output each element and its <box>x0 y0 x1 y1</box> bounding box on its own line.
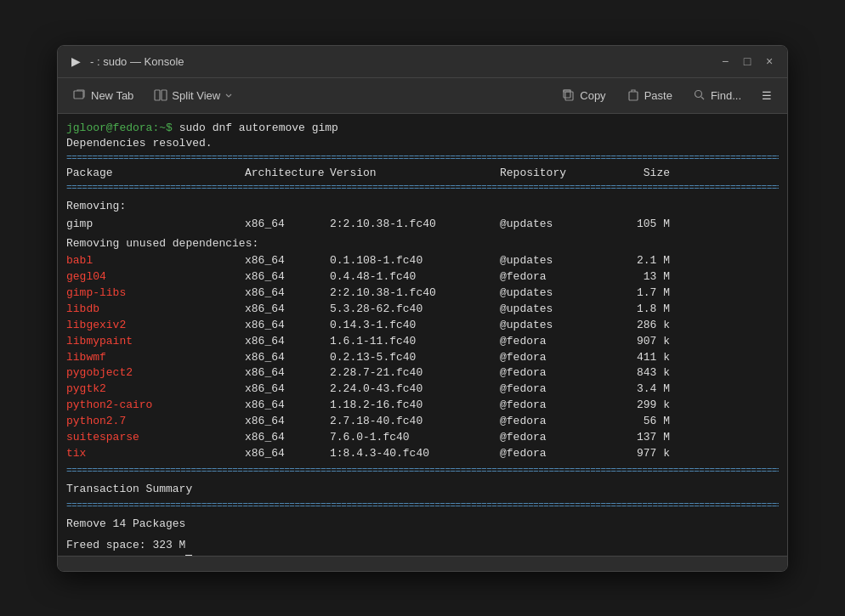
pkg-size: 137 M <box>610 430 670 446</box>
prompt-line: jgloor@fedora:~$ sudo dnf autoremove gim… <box>66 121 779 137</box>
menu-icon: ☰ <box>762 89 772 102</box>
find-button[interactable]: Find... <box>684 84 750 106</box>
copy-icon <box>562 88 576 102</box>
pkg-arch: x86_64 <box>245 365 330 381</box>
pkg-arch: x86_64 <box>245 285 330 302</box>
svg-rect-1 <box>155 90 160 100</box>
table-row: python2-cairo x86_64 1.18.2-16.fc40 @fed… <box>66 398 779 414</box>
pkg-repo: @updates <box>500 318 610 334</box>
pkg-version: 1.6.1-11.fc40 <box>330 334 500 350</box>
pkg-name: libgexiv2 <box>66 318 245 334</box>
transaction-summary: Transaction Summary <box>66 482 779 498</box>
maximize-button[interactable]: □ <box>740 54 755 69</box>
svg-rect-5 <box>629 92 638 100</box>
remove-count: Remove 14 Packages <box>66 517 779 533</box>
pkg-name: tix <box>66 446 245 462</box>
new-tab-label: New Tab <box>91 89 133 102</box>
find-label: Find... <box>711 89 741 102</box>
find-icon <box>693 88 706 102</box>
separator-4: ========================================… <box>66 500 779 513</box>
split-view-icon <box>154 88 167 102</box>
pkg-version: 7.6.0-1.fc40 <box>330 430 500 446</box>
copy-button[interactable]: Copy <box>553 84 614 106</box>
prompt-path: :~$ <box>152 122 172 134</box>
table-row: gimp-libs x86_64 2:2.10.38-1.fc40 @updat… <box>66 285 779 302</box>
gimp-name: gimp <box>66 217 245 233</box>
table-row: python2.7 x86_64 2.7.18-40.fc40 @fedora … <box>66 414 779 430</box>
pkg-repo: @fedora <box>500 446 610 462</box>
window-controls: − □ × <box>717 54 777 69</box>
unused-deps-label: Removing unused dependencies: <box>66 236 779 252</box>
col-header-repo: Repository <box>500 166 610 182</box>
pkg-repo: @updates <box>500 285 610 302</box>
pkg-size: 1.8 M <box>610 302 670 318</box>
minimize-button[interactable]: − <box>717 54 733 69</box>
svg-rect-0 <box>74 91 83 99</box>
gimp-size: 105 M <box>610 217 670 233</box>
close-button[interactable]: × <box>762 54 777 69</box>
pkg-name: pygtk2 <box>66 381 245 398</box>
paste-label: Paste <box>644 89 672 102</box>
table-row: suitesparse x86_64 7.6.0-1.fc40 @fedora … <box>66 430 779 446</box>
pkg-size: 907 k <box>610 334 670 350</box>
pkg-arch: x86_64 <box>245 334 330 350</box>
pkg-arch: x86_64 <box>245 414 330 430</box>
pkg-repo: @fedora <box>500 350 610 366</box>
table-row: pygobject2 x86_64 2.28.7-21.fc40 @fedora… <box>66 365 779 381</box>
pkg-version: 2:2.10.38-1.fc40 <box>330 285 500 302</box>
pkg-name: libwmf <box>66 350 245 366</box>
pkg-version: 0.14.3-1.fc40 <box>330 318 500 334</box>
pkg-repo: @fedora <box>500 381 610 398</box>
terminal-output[interactable]: jgloor@fedora:~$ sudo dnf autoremove gim… <box>58 114 787 556</box>
pkg-arch: x86_64 <box>245 318 330 334</box>
konsole-window: ▶ - : sudo — Konsole − □ × New Tab Split… <box>57 45 788 572</box>
gimp-repo: @updates <box>500 217 610 233</box>
separator-1: ========================================… <box>66 152 779 166</box>
pkg-repo: @fedora <box>500 430 610 446</box>
pkg-version: 0.4.48-1.fc40 <box>330 269 500 285</box>
pkg-version: 2.24.0-43.fc40 <box>330 381 500 398</box>
separator-3: ========================================… <box>66 465 779 478</box>
pkg-size: 3.4 M <box>610 381 670 398</box>
pkg-size: 843 k <box>610 365 670 381</box>
separator-2: ========================================… <box>66 182 779 195</box>
pkg-name: babl <box>66 253 245 269</box>
pkg-name: python2.7 <box>66 414 245 430</box>
svg-rect-2 <box>162 90 167 100</box>
toolbar-right: Copy Paste Find... ☰ <box>553 84 780 106</box>
table-row: libgexiv2 x86_64 0.14.3-1.fc40 @updates … <box>66 318 779 334</box>
pkg-version: 2.28.7-21.fc40 <box>330 365 500 381</box>
gimp-arch: x86_64 <box>245 217 330 233</box>
pkg-version: 5.3.28-62.fc40 <box>330 302 500 318</box>
pkg-size: 2.1 M <box>610 253 670 269</box>
freed-space: Freed space: 323 M <box>66 538 779 554</box>
pkg-version: 0.1.108-1.fc40 <box>330 253 500 269</box>
table-row: libmypaint x86_64 1.6.1-11.fc40 @fedora … <box>66 334 779 350</box>
split-view-button[interactable]: Split View <box>145 84 241 106</box>
col-header-package: Package <box>66 166 245 182</box>
new-tab-icon <box>73 88 87 102</box>
pkg-repo: @fedora <box>500 414 610 430</box>
split-view-chevron-icon <box>224 91 233 99</box>
new-tab-button[interactable]: New Tab <box>65 84 142 106</box>
svg-rect-3 <box>565 92 573 100</box>
pkg-name: gegl04 <box>66 269 245 285</box>
pkg-name: python2-cairo <box>66 398 245 414</box>
pkg-size: 299 k <box>610 398 670 414</box>
col-header-version: Version <box>330 166 500 182</box>
title-bar: ▶ - : sudo — Konsole − □ × <box>58 46 787 78</box>
split-view-label: Split View <box>172 89 220 102</box>
deps-resolved: Dependencies resolved. <box>66 136 779 152</box>
menu-button[interactable]: ☰ <box>753 85 780 106</box>
pkg-size: 977 k <box>610 446 670 462</box>
package-list: babl x86_64 0.1.108-1.fc40 @updates 2.1 … <box>66 253 779 461</box>
pkg-repo: @updates <box>500 302 610 318</box>
pkg-name: suitesparse <box>66 430 245 446</box>
pkg-repo: @fedora <box>500 365 610 381</box>
toolbar: New Tab Split View Copy <box>58 78 787 114</box>
removing-label: Removing: <box>66 199 779 215</box>
pkg-size: 56 M <box>610 414 670 430</box>
pkg-size: 411 k <box>610 350 670 366</box>
paste-button[interactable]: Paste <box>618 84 681 106</box>
table-row: pygtk2 x86_64 2.24.0-43.fc40 @fedora 3.4… <box>66 381 779 398</box>
